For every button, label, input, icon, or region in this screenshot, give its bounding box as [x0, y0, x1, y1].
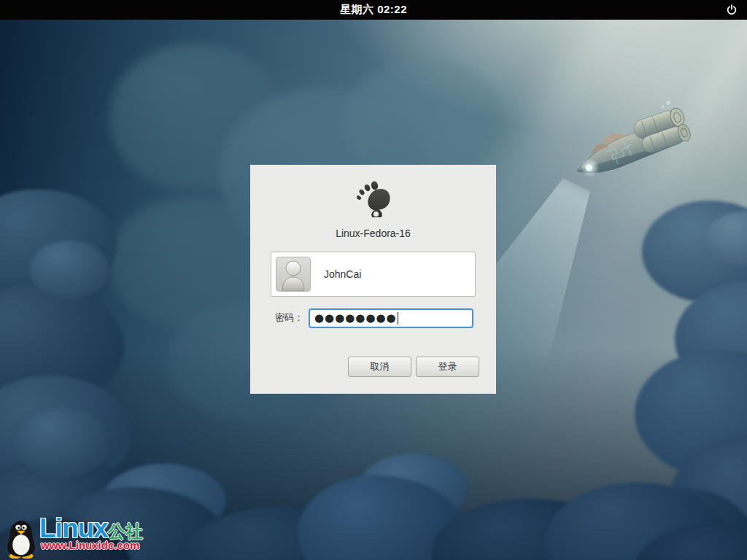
background-rock-wall — [343, 58, 503, 182]
text-cursor — [398, 312, 398, 324]
password-row: 密码： ●●●●●●●● — [275, 308, 473, 328]
linuxidc-watermark: Linux公社 www.Linuxidc.com — [3, 518, 171, 560]
background-rock — [298, 475, 465, 560]
tux-penguin-icon — [3, 519, 39, 559]
background-rock — [635, 350, 747, 478]
background-rock — [359, 454, 468, 523]
background-rock — [15, 408, 109, 478]
user-avatar-icon — [276, 257, 311, 292]
background-rock — [0, 284, 124, 408]
light-beam-thin — [573, 0, 747, 347]
user-row[interactable]: JohnCai — [271, 252, 476, 297]
hostname-label: Linux-Fedora-16 — [250, 228, 496, 239]
background-rock — [182, 507, 379, 560]
login-dialog: Linux-Fedora-16 JohnCai 密码： ●●●●●●●● — [250, 165, 496, 394]
dialog-button-row: 取消 登录 — [348, 357, 479, 377]
clock-label: 星期六 02:22 — [340, 3, 407, 17]
submarine-illustration — [562, 97, 708, 195]
background-rock — [675, 281, 747, 397]
background-rock — [642, 201, 747, 303]
login-button[interactable]: 登录 — [416, 357, 479, 377]
power-icon — [726, 4, 738, 16]
top-bar: 星期六 02:22 — [0, 0, 747, 20]
gnome-foot-icon — [357, 181, 390, 217]
power-button[interactable] — [725, 4, 738, 17]
password-masked-value: ●●●●●●●● — [314, 313, 397, 324]
background-rock — [546, 483, 728, 560]
password-label: 密码： — [275, 311, 303, 324]
background-rock — [667, 434, 747, 560]
background-rock — [432, 499, 629, 560]
background-rock — [633, 522, 747, 560]
background-rock-wall — [109, 197, 270, 328]
brand-url: www.Linuxidc.com — [41, 539, 139, 551]
cancel-button[interactable]: 取消 — [348, 357, 411, 377]
background-rock — [0, 376, 131, 492]
password-input[interactable]: ●●●●●●●● — [309, 308, 473, 328]
user-name-label: JohnCai — [324, 268, 361, 280]
background-rock — [616, 489, 747, 560]
background-rock — [704, 211, 747, 266]
background-rock — [29, 241, 109, 299]
background-rock — [0, 190, 117, 299]
brand-suffix: 公社 — [108, 521, 143, 541]
